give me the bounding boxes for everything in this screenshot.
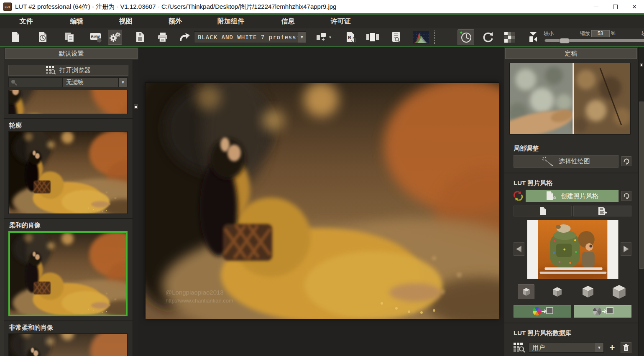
lut-cube-sizes [518,284,627,299]
split-view-button[interactable] [365,30,380,45]
save-button[interactable] [133,30,147,45]
photo-watermark: @Longpiaopiao2013 http://www.chantiantia… [166,288,233,305]
preset-dropdown-arrow[interactable]: ▼ [298,31,306,43]
presets-scrollbar-thumb[interactable] [134,104,138,109]
preset-search-input[interactable] [8,77,63,87]
image-canvas: @Longpiaopiao2013 http://www.chantiantia… [138,47,504,356]
minimize-button[interactable] [586,0,606,13]
cube-size-4-button[interactable] [611,284,627,299]
create-style-button[interactable]: 创建照片风格 [526,190,618,202]
zoom-smaller-label: 较小 [544,30,554,37]
copy-button[interactable] [63,30,77,45]
preview-settings-button[interactable] [389,30,403,45]
batch-process-button[interactable]: B [344,30,358,45]
settings-gears-button[interactable] [108,30,122,45]
new-document-icon [11,32,20,43]
menu-edit[interactable]: 编辑 [52,15,101,28]
style-tabs [514,206,631,216]
zoom-unit: % [611,31,616,36]
histogram-button[interactable] [412,30,430,45]
refresh-colored-icon[interactable] [514,191,523,201]
brush-icon [542,156,555,166]
cube-icon [583,286,593,298]
redo-icon [482,31,494,43]
svg-text:RAW: RAW [91,35,100,39]
filter-dropdown-arrow[interactable]: ▼ [118,77,128,87]
menu-view[interactable]: 视图 [101,15,151,28]
grid-browser-icon[interactable] [514,343,525,353]
selective-paint-sync-button[interactable] [621,156,631,166]
presets-panel-header[interactable]: 默认设置 [5,48,138,59]
zoom-slider[interactable] [544,39,644,42]
filter-dropdown[interactable]: 无滤镜 [63,77,118,87]
tab-save-style[interactable] [573,206,631,216]
add-database-button[interactable]: + [607,343,617,353]
delete-database-button[interactable] [621,342,631,353]
cube-size-2-button[interactable] [549,284,565,299]
menu-file[interactable]: 文件 [0,15,52,28]
export-share-button[interactable] [177,30,192,45]
tab-new-style[interactable] [514,206,572,216]
lut-preview-frame[interactable] [527,220,618,279]
preset-thumbnail-partial[interactable] [8,90,128,114]
new-document-button[interactable] [8,30,23,45]
main-area: 默认设置 打开浏览器 无滤镜 ▼ [0,47,644,356]
zoom-slider-thumb[interactable] [559,38,570,43]
create-style-sync-button[interactable] [621,191,631,201]
lut-preview-browser [514,219,631,280]
close-button[interactable]: × [625,0,644,13]
compare-original-button[interactable] [457,29,474,45]
menu-license[interactable]: 许可证 [314,15,368,28]
menu-extra[interactable]: 额外 [151,15,200,28]
app-icon: LUT [3,3,12,11]
preview-settings-icon [391,31,401,43]
adjustments-scrollbar-thumb[interactable] [639,102,644,269]
print-button[interactable] [156,30,170,45]
open-browser-button[interactable]: 打开浏览器 [8,65,128,76]
shrink-panel-button[interactable] [526,30,540,45]
lut-database-row: 用户 ▼ + [514,342,631,353]
dither-preview-button[interactable] [503,30,517,45]
selective-paint-button[interactable]: 选择性绘图 [514,155,618,168]
menu-addons[interactable]: 附加组件 [200,15,262,28]
preset-thumbnail-soft-portrait-selected[interactable] [8,231,128,316]
adjustments-scrollbar[interactable] [638,47,644,356]
preset-label: 非常柔和的肖像 [4,321,133,333]
final-panel-header[interactable]: 定稿 [505,48,637,59]
window-title: LUT #2 professional (64位) - 注册为 - V1.12.… [15,3,336,11]
chevron-down-icon: ▼ [329,36,332,39]
apply-bw-lut-button[interactable] [574,305,631,318]
preset-thumbnail-very-soft[interactable] [8,333,128,356]
selective-paint-label: 选择性绘图 [559,158,590,165]
histogram-icon [413,31,429,43]
adjustments-scrollbar-top[interactable] [640,63,643,67]
cube-size-1-button[interactable] [518,284,534,299]
color-wheel-to-image-icon [532,306,553,316]
menu-info[interactable]: 信息 [262,15,314,28]
database-dropdown[interactable]: 用户 ▼ [529,343,604,353]
history-button[interactable] [36,30,50,45]
previous-style-button[interactable] [514,242,524,256]
arrow-right-icon [623,245,629,253]
cube-icon [523,288,530,296]
cube-size-3-button[interactable] [580,284,596,299]
zoom-value[interactable]: 53 [591,30,610,37]
next-style-button[interactable] [621,242,631,256]
apply-color-lut-button[interactable] [514,305,571,318]
gears-icon [109,31,121,43]
preview-split-handle[interactable] [572,63,574,134]
split-view-icon [366,33,379,42]
create-style-label: 创建照片风格 [561,192,598,200]
preset-thumbnail-image [10,233,126,315]
preset-thumbnail-outline[interactable] [8,131,128,214]
maximize-button[interactable] [606,0,625,13]
redo-button[interactable] [481,30,495,45]
display-mode-icon [316,32,328,43]
raw-settings-button[interactable]: RAW [89,30,103,45]
chevron-down-icon: ▼ [121,80,125,84]
display-mode-button[interactable]: ▼ [314,30,333,45]
preset-dropdown[interactable]: BLACK AND WHITE 7 professional ▼ [194,31,306,43]
left-edge-strip [0,47,4,356]
presets-scrollbar[interactable] [133,60,138,356]
create-style-row: 创建照片风格 [514,190,631,202]
